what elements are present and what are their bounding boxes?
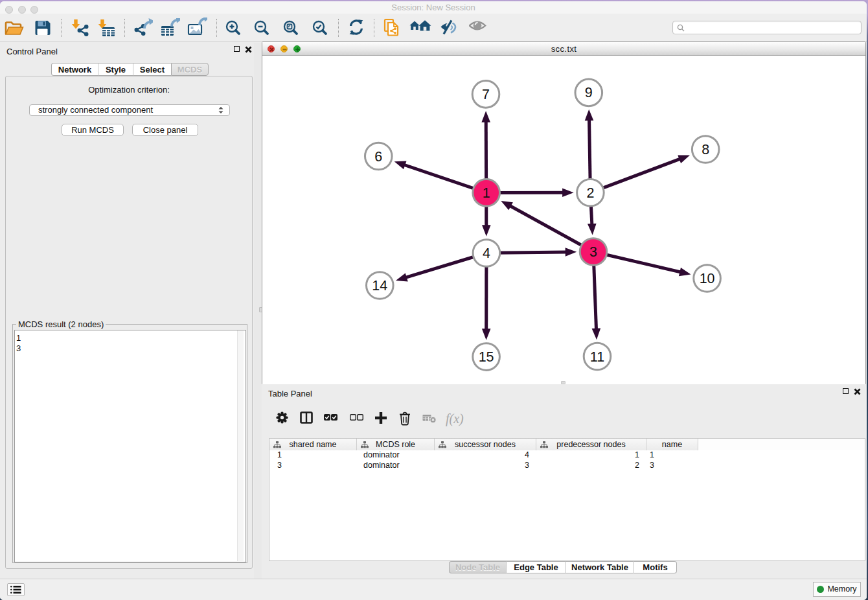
svg-text:15: 15 [479,349,494,365]
svg-text:8: 8 [702,142,709,157]
svg-text:4: 4 [483,246,490,261]
svg-text:3: 3 [589,244,597,260]
svg-text:11: 11 [590,349,604,365]
svg-text:6: 6 [374,149,382,165]
svg-text:1: 1 [483,185,490,201]
svg-text:10: 10 [700,271,715,286]
svg-text:14: 14 [372,278,387,294]
svg-text:7: 7 [482,87,490,102]
svg-text:9: 9 [585,85,593,100]
svg-text:2: 2 [586,185,594,201]
